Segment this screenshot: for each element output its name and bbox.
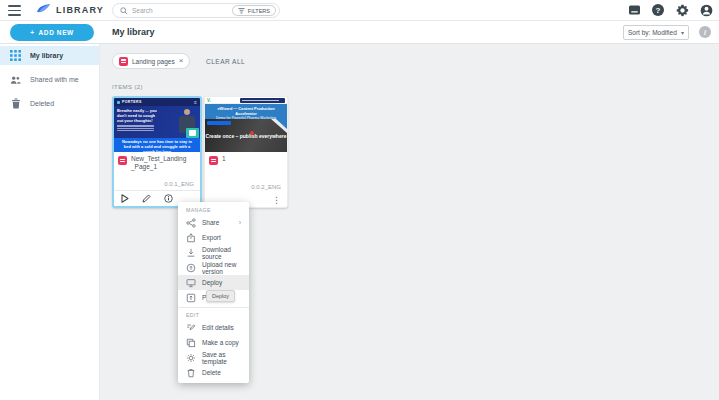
menu-item-label: Save as template — [202, 351, 241, 365]
clear-all-button[interactable]: CLEAR ALL — [206, 58, 245, 65]
thumb-headline: Breathe easily ... you don't need to cou… — [117, 109, 160, 123]
deploy-monitor-icon — [186, 278, 196, 288]
filter-funnel-icon — [238, 8, 245, 14]
card2-thumb-header: V. — [205, 97, 287, 104]
landing-page-type-icon — [209, 156, 218, 165]
logo-swoosh-icon — [36, 3, 51, 16]
publish-icon — [186, 293, 196, 303]
menu-item-label: Delete — [202, 369, 221, 376]
menu-item-delete[interactable]: Delete — [178, 365, 249, 380]
menu-item-share[interactable]: Share › — [178, 215, 249, 230]
kebab-menu-icon[interactable]: ⋮ — [272, 196, 281, 205]
share-icon — [186, 218, 196, 228]
thumb-logo-icon — [117, 101, 120, 104]
card-title[interactable]: 1 — [222, 155, 280, 163]
presentation-board-icon[interactable] — [627, 3, 641, 17]
filter-chip-label: Landing pages — [132, 58, 175, 65]
app-logo: LIBRARY — [36, 3, 104, 16]
menu-item-save-as-template[interactable]: Save as template — [178, 350, 249, 365]
info-icon[interactable]: i — [699, 26, 711, 38]
library-card-2[interactable]: V. eWizard — Content Production Accelera… — [204, 96, 288, 208]
deploy-tooltip: Deploy — [206, 290, 235, 302]
menu-item-label: Deploy — [202, 279, 222, 286]
thumb-menu-icon: ≡ — [194, 100, 197, 105]
card1-thumb-body: Breathe easily ... you don't need to cou… — [114, 106, 200, 138]
sidebar-item-label: My library — [30, 52, 63, 59]
thumb-brand-text: V. — [207, 98, 211, 103]
logo-text: LIBRARY — [56, 5, 104, 15]
menu-item-make-a-copy[interactable]: Make a copy — [178, 335, 249, 350]
card-title[interactable]: New_Test_Landing_Page_1 — [131, 155, 189, 171]
menu-item-label: Export — [202, 234, 221, 241]
help-icon[interactable]: ? — [651, 3, 665, 17]
settings-gear-icon[interactable] — [675, 3, 689, 17]
card1-thumb-header: PORTERS ≡ — [114, 98, 200, 106]
filters-button[interactable]: FILTERS — [232, 5, 276, 16]
card2-thumb-photo: Create once – publish everywhere — [205, 119, 287, 152]
template-gear-icon — [186, 353, 196, 363]
menu-item-upload-new-version[interactable]: Upload new version — [178, 260, 249, 275]
thumb-product-box — [186, 128, 199, 138]
trash-icon — [10, 98, 21, 109]
chevron-down-icon: ▾ — [681, 29, 684, 36]
menu-item-label: Edit details — [202, 324, 234, 331]
thumb-top-nav-bar — [240, 98, 285, 103]
menu-section-header-edit: EDIT — [178, 310, 249, 320]
thumb-brand: PORTERS — [122, 100, 142, 104]
landing-page-type-icon — [119, 57, 128, 66]
filter-chip-landing-pages[interactable]: Landing pages × — [112, 53, 190, 69]
account-icon[interactable] — [699, 3, 713, 17]
preview-play-icon[interactable] — [121, 194, 129, 203]
sort-by-dropdown[interactable]: Sort by: Modified ▾ — [623, 25, 689, 40]
search-icon — [120, 7, 128, 15]
people-icon — [10, 74, 21, 85]
sort-by-label: Sort by: Modified — [628, 29, 677, 36]
menu-item-deploy[interactable]: Deploy — [178, 275, 249, 290]
thumb-blue-chip — [207, 121, 231, 125]
thumb-headline: Create once – publish everywhere — [205, 133, 287, 139]
export-icon — [186, 233, 196, 243]
filters-button-label: FILTERS — [248, 8, 270, 14]
sidebar-item-shared-with-me[interactable]: Shared with me — [0, 70, 99, 89]
sidebar-item-label: Shared with me — [30, 76, 79, 83]
add-new-label: ADD NEW — [39, 29, 74, 36]
thumb-banner-text: Nowadays no one has time to stay in bed … — [114, 138, 200, 152]
add-new-button[interactable]: + ADD NEW — [10, 24, 94, 41]
upload-version-icon — [186, 263, 196, 273]
sidebar: My library Shared with me Deleted — [0, 44, 100, 400]
edit-details-icon — [186, 323, 196, 333]
menu-item-export[interactable]: Export — [178, 230, 249, 245]
close-icon[interactable]: × — [179, 57, 184, 65]
thumb-corner-accent — [276, 119, 287, 129]
search-input[interactable] — [132, 7, 232, 14]
sidebar-item-my-library[interactable]: My library — [0, 46, 99, 65]
items-count-label: ITEMS (2) — [112, 84, 143, 90]
thumb-subtext-lines — [117, 125, 154, 131]
copy-icon — [186, 338, 196, 348]
menu-item-label: Make a copy — [202, 339, 239, 346]
sidebar-item-label: Deleted — [30, 100, 54, 107]
menu-item-download-source[interactable]: Download source — [178, 245, 249, 260]
menu-item-label: Download source — [202, 246, 241, 260]
library-card-1[interactable]: PORTERS ≡ Breathe easily ... you don't n… — [112, 96, 202, 208]
menu-item-label: Share — [202, 219, 219, 226]
grid-icon — [10, 50, 21, 61]
download-icon — [186, 248, 196, 258]
card-version-label: 0.0.1_ENG — [164, 180, 196, 189]
landing-page-type-icon — [118, 156, 127, 165]
thumb-brand: V. — [207, 98, 211, 103]
hamburger-menu-icon[interactable] — [8, 5, 21, 16]
card2-thumb-banner: eWizard — Content Production Accelerator… — [205, 104, 287, 119]
search-bar[interactable]: FILTERS — [112, 3, 280, 18]
thumb-banner-line1: eWizard — Content Production Accelerator — [207, 106, 285, 116]
menu-divider — [178, 307, 249, 308]
top-app-bar: LIBRARY FILTERS ? — [0, 0, 719, 21]
action-bar: + ADD NEW My library Sort by: Modified ▾… — [0, 21, 719, 44]
card-version-label: 0.0.2_ENG — [251, 183, 283, 192]
plus-icon: + — [30, 29, 34, 36]
menu-item-edit-details[interactable]: Edit details — [178, 320, 249, 335]
info-circle-icon[interactable] — [164, 194, 173, 203]
edit-pencil-icon[interactable] — [142, 194, 151, 203]
chevron-right-icon: › — [239, 219, 241, 226]
sidebar-item-deleted[interactable]: Deleted — [0, 94, 99, 113]
